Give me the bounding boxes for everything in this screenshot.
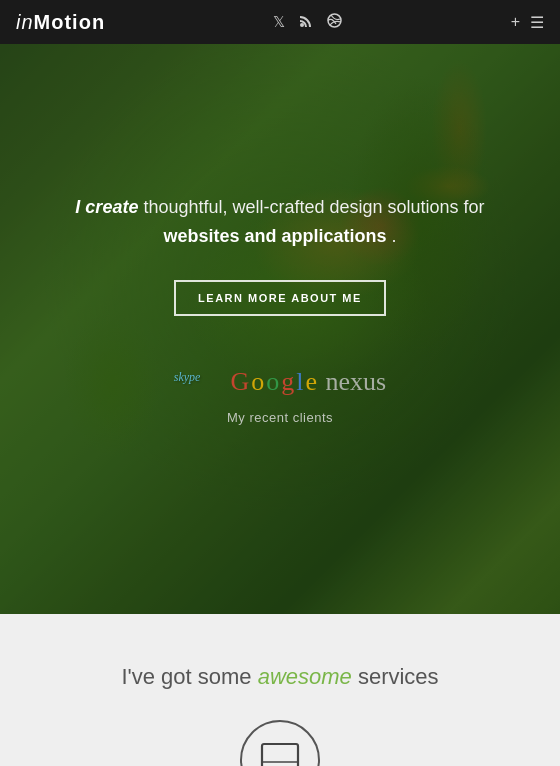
learn-more-button[interactable]: LEARN MORE ABOUT ME [174,280,386,316]
skype-logo: skype [174,366,201,398]
google-nexus-logo: Google nexus [230,367,386,397]
monitor-icon [260,740,300,766]
hero-content: I create thoughtful, well-crafted design… [0,193,560,317]
google-e: e [305,367,317,397]
header: inMotion 𝕏 + ☰ [0,0,560,44]
clients-label: My recent clients [174,410,386,425]
google-o2: o [266,367,279,397]
google-l: l [296,367,303,397]
hero-section: I create thoughtful, well-crafted design… [0,44,560,614]
header-actions: + ☰ [511,13,544,32]
nexus-text: nexus [319,367,386,397]
svg-point-0 [300,23,304,27]
services-section: I've got some awesome services [0,614,560,766]
hero-tagline-period: . [392,226,397,246]
google-g: G [230,367,249,397]
monitor-icon-button[interactable] [240,720,320,766]
menu-icon[interactable]: ☰ [530,13,544,32]
rss-icon[interactable] [299,14,313,31]
google-o1: o [251,367,264,397]
services-heading: I've got some awesome services [20,664,540,690]
logo[interactable]: inMotion [16,11,105,34]
hero-tagline-text: thoughtful, well-crafted design solution… [143,197,484,217]
skype-label: skype [174,370,201,384]
hero-tagline-emphasis: I create [75,197,138,217]
services-heading-italic: awesome [258,664,352,689]
google-g2: g [281,367,294,397]
clients-section: skype Google nexus My recent clients [174,366,386,425]
services-heading-part1: I've got some [121,664,257,689]
logo-bold: Motion [34,11,106,33]
clients-logos: skype Google nexus [174,366,386,398]
dribbble-icon[interactable] [327,13,342,31]
services-heading-part2: services [352,664,439,689]
hero-overlay [0,44,560,614]
hero-tagline: I create thoughtful, well-crafted design… [60,193,500,251]
hero-tagline-bold: websites and applications [163,226,386,246]
svg-point-1 [328,14,341,27]
twitter-icon[interactable]: 𝕏 [273,13,285,31]
add-icon[interactable]: + [511,13,520,31]
logo-italic: in [16,11,34,33]
social-icons: 𝕏 [273,13,342,31]
